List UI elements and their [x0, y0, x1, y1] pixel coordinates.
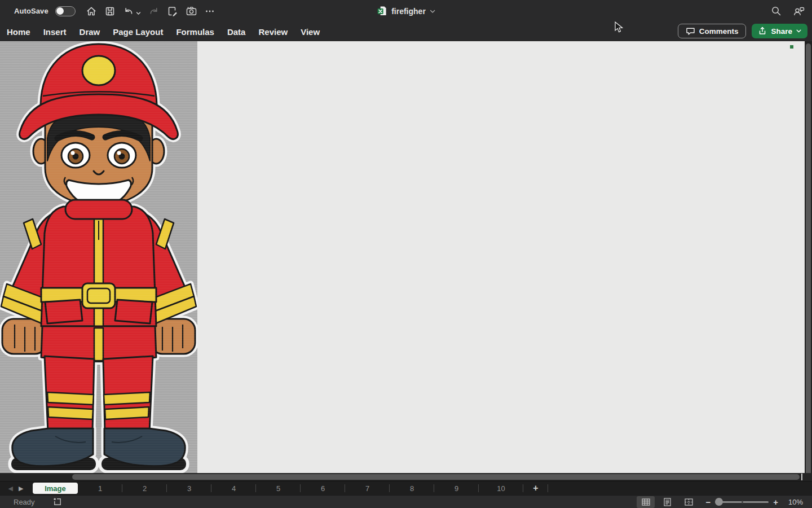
comment-bubble-icon [686, 27, 695, 36]
sheet-tab-2[interactable]: 2 [122, 481, 167, 495]
camera-icon[interactable] [186, 5, 197, 17]
zoom-in-button[interactable]: + [773, 498, 778, 506]
ribbon-tab-bar: Home Insert Draw Page Layout Formulas Da… [0, 22, 812, 41]
ribbon-tab-formulas[interactable]: Formulas [176, 27, 214, 37]
sheet-tab-6[interactable]: 6 [301, 481, 345, 495]
ribbon-tab-insert[interactable]: Insert [43, 27, 67, 37]
horizontal-scrollbar-thumb[interactable] [72, 474, 800, 480]
sheet-tab-3[interactable]: 3 [167, 481, 211, 495]
prev-sheet-arrow-icon[interactable]: ◀ [8, 485, 13, 492]
autosave-label: AutoSave [14, 7, 48, 15]
sheet-tab-10[interactable]: 10 [479, 481, 523, 495]
figure-body [1, 44, 196, 470]
vertical-scrollbar-thumb[interactable] [806, 43, 811, 478]
sheet-tab-7[interactable]: 7 [345, 481, 390, 495]
save-icon[interactable] [104, 5, 116, 17]
firefighter-image[interactable] [0, 41, 197, 473]
zoom-slider-thumb[interactable] [715, 498, 723, 506]
ribbon-tab-view[interactable]: View [301, 27, 320, 37]
selection-mode-icon [53, 497, 62, 506]
excel-window: AutoSave [0, 0, 812, 508]
sheet-tab-image[interactable]: Image [33, 483, 78, 494]
status-bar: Ready − + [0, 495, 812, 508]
sheet-tab-4[interactable]: 4 [211, 481, 256, 495]
title-bar: AutoSave [0, 0, 812, 22]
undo-icon[interactable] [123, 5, 135, 17]
window-chrome: AutoSave [0, 0, 812, 41]
ribbon-tab-draw[interactable]: Draw [80, 27, 100, 37]
share-chevron-down-icon [796, 29, 801, 33]
view-switcher [637, 496, 698, 508]
search-icon[interactable] [771, 6, 782, 16]
zoom-out-button[interactable]: − [705, 498, 710, 506]
ribbon-tab-review[interactable]: Review [258, 27, 288, 37]
toggle-knob [56, 7, 64, 15]
share-icon [758, 27, 767, 36]
document-title: firefigher [391, 7, 426, 16]
zoom-slider-tick [742, 501, 743, 503]
vertical-scrollbar[interactable] [805, 41, 812, 481]
page-break-preview-icon[interactable] [679, 496, 698, 508]
horizontal-scrollbar[interactable] [0, 473, 812, 481]
ribbon-actions: Comments Share [678, 24, 807, 38]
title-chevron-down-icon[interactable] [430, 10, 435, 14]
zoom-percentage[interactable]: 10% [786, 498, 803, 506]
sheet-tab-1[interactable]: 1 [78, 481, 122, 495]
sheet-tab-9[interactable]: 9 [434, 481, 479, 495]
zoom-slider[interactable] [715, 501, 769, 503]
quick-access-toolbar: AutoSave [0, 5, 216, 17]
ribbon-tab-home[interactable]: Home [7, 27, 30, 37]
worksheet-canvas[interactable] [0, 41, 812, 473]
sheet-tab-8[interactable]: 8 [390, 481, 434, 495]
autosave-toggle[interactable] [55, 6, 76, 16]
sheet-tab-bar: ◀ ▶ Image 1 2 3 4 5 6 7 8 9 10 + [0, 481, 812, 495]
comments-button-label: Comments [699, 27, 739, 36]
status-bar-right: − + 10% [637, 496, 803, 508]
titlebar-right-icons [771, 0, 805, 22]
save-as-icon[interactable] [167, 5, 179, 17]
undo-group [123, 5, 142, 17]
redo-icon[interactable] [148, 5, 160, 17]
next-sheet-arrow-icon[interactable]: ▶ [19, 485, 23, 492]
excel-file-icon [377, 6, 387, 16]
share-button-label: Share [771, 27, 792, 36]
home-icon[interactable] [86, 5, 98, 17]
grid-view-icon[interactable] [637, 496, 655, 508]
comments-button[interactable]: Comments [678, 24, 747, 38]
ribbon-tab-page-layout[interactable]: Page Layout [113, 27, 163, 37]
active-cell-marker [790, 45, 793, 49]
document-title-group[interactable]: firefigher [377, 0, 435, 22]
people-presence-icon[interactable] [793, 6, 805, 17]
scrollbar-corner-divider [801, 474, 802, 480]
add-sheet-button[interactable]: + [523, 481, 548, 495]
sheet-tab-nav: ◀ ▶ [0, 481, 32, 495]
undo-dropdown-chevron-icon[interactable] [136, 9, 142, 17]
ribbon-tab-data[interactable]: Data [227, 27, 246, 37]
sheet-tab-5[interactable]: 5 [256, 481, 301, 495]
more-commands-icon[interactable] [204, 5, 216, 17]
page-layout-view-icon[interactable] [658, 496, 676, 508]
share-button[interactable]: Share [752, 24, 807, 38]
ready-status: Ready [14, 498, 35, 506]
zoom-control: − + [705, 498, 778, 506]
